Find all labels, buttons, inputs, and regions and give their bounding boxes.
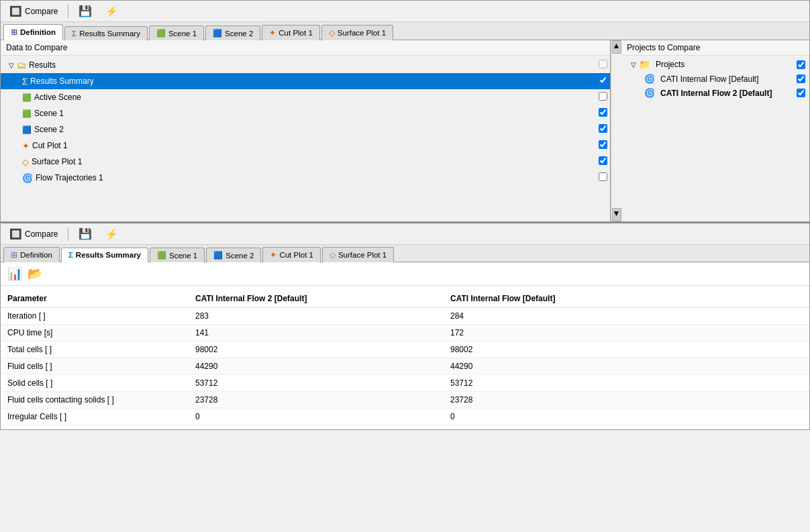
tab-scene2-bottom[interactable]: 🟦 Scene 2	[206, 248, 261, 262]
check-results-summary[interactable]	[599, 76, 607, 85]
compare-button-bottom[interactable]: 🔲 Compare	[5, 226, 62, 242]
table-row: CPU time [s] 141 172	[1, 325, 809, 341]
bottom-toolbar: 🔲 Compare 💾 ⚡	[1, 223, 809, 245]
tree-content: ▽ 🗂 Results Σ Results Summary	[1, 56, 610, 221]
tab-surfaceplot1-top[interactable]: ◇ Surface Plot 1	[321, 25, 393, 40]
tab-surfaceplot1-icon-top: ◇	[329, 28, 335, 38]
scrollbar-down-arrow[interactable]: ▼	[612, 208, 621, 221]
sep-bottom-1	[68, 227, 68, 241]
top-tabs: ⊞ Definition Σ Results Summary 🟩 Scene 1…	[1, 22, 809, 40]
save-icon-bottom: 💾	[79, 227, 92, 240]
table-row: Fluid cells contacting solids [ ] 23728 …	[1, 392, 809, 409]
tab-results-summary-icon-bottom: Σ	[68, 251, 73, 259]
tab-surfaceplot1-bottom[interactable]: ◇ Surface Plot 1	[322, 247, 394, 262]
table-row: Iteration [ ] 283 284	[1, 308, 809, 325]
check-surfaceplot1[interactable]	[599, 156, 607, 165]
col-header-cati1: CATI Internal Flow [Default]	[444, 290, 809, 308]
cell-param: CPU time [s]	[1, 325, 189, 341]
tab-scene2-icon-top: 🟦	[213, 29, 222, 38]
results-table: Parameter CATI Internal Flow 2 [Default]…	[1, 290, 809, 425]
tab-results-summary-label-bottom: Results Summary	[76, 251, 141, 259]
check-active-scene[interactable]	[599, 92, 607, 101]
compare-icon-top: 🔲	[9, 5, 22, 17]
tab-cutplot1-icon-top: ✦	[269, 28, 276, 38]
tab-definition-bottom[interactable]: ⊞ Definition	[3, 247, 60, 262]
cell-val2: 141	[189, 325, 444, 341]
cell-param: Iteration [ ]	[1, 308, 189, 325]
tree-item-cutplot1[interactable]: ✦ Cut Plot 1	[1, 138, 610, 154]
tab-definition-top[interactable]: ⊞ Definition	[3, 24, 63, 40]
tab-cutplot1-top[interactable]: ✦ Cut Plot 1	[262, 25, 320, 40]
refresh-button-bottom[interactable]: ⚡	[101, 226, 123, 242]
tab-surfaceplot1-icon-bottom: ◇	[330, 250, 336, 260]
compare-button-top[interactable]: 🔲 Compare	[5, 3, 62, 19]
tab-definition-label-bottom: Definition	[20, 251, 52, 259]
open-icon[interactable]: 📂	[26, 265, 44, 282]
tree-label-results: Results	[29, 60, 596, 70]
tab-scene1-label-bottom: Scene 1	[169, 252, 197, 260]
split-container: Data to Compare ▽ 🗂 Results Σ Results	[1, 40, 809, 221]
compare-label-top: Compare	[25, 7, 58, 16]
cell-param: Solid cells [ ]	[1, 375, 189, 392]
cell-val2: 44290	[189, 358, 444, 375]
tree-item-results-summary[interactable]: Σ Results Summary	[1, 73, 610, 89]
check-scene2[interactable]	[599, 124, 607, 133]
tab-scene1-bottom[interactable]: 🟩 Scene 1	[150, 248, 205, 262]
cati1-icon: 🌀	[644, 74, 655, 84]
tab-cutplot1-label-top: Cut Plot 1	[279, 29, 313, 37]
table-row: Irregular Cells [ ] 0 0	[1, 409, 809, 425]
project-cati2-label: CATI Internal Flow 2 [Default]	[658, 89, 794, 98]
check-cati2[interactable]	[797, 89, 805, 97]
refresh-button-top[interactable]: ⚡	[101, 3, 123, 19]
left-scrollbar[interactable]: ▲ ▼	[611, 40, 621, 221]
tab-results-summary-top[interactable]: Σ Results Summary	[64, 26, 148, 40]
check-cutplot1[interactable]	[599, 140, 607, 149]
tab-cutplot1-bottom[interactable]: ✦ Cut Plot 1	[262, 247, 321, 262]
tab-scene2-top[interactable]: 🟦 Scene 2	[205, 25, 260, 40]
flowtrajectories1-icon: 🌀	[22, 173, 33, 183]
check-scene1[interactable]	[599, 108, 607, 117]
save-button-top[interactable]: 💾	[74, 3, 97, 19]
save-button-bottom[interactable]: 💾	[74, 225, 97, 242]
tree-item-active-scene[interactable]: 🟩 Active Scene	[1, 89, 610, 105]
expand-icon-projects: ▽	[631, 61, 636, 68]
tab-scene1-top[interactable]: 🟩 Scene 1	[149, 25, 204, 40]
check-results-root[interactable]	[599, 60, 607, 68]
tree-item-surfaceplot1[interactable]: ◇ Surface Plot 1	[1, 154, 610, 170]
tree-item-scene2[interactable]: 🟦 Scene 2	[1, 121, 610, 138]
scene-icon-active: 🟩	[22, 93, 32, 102]
project-item-root[interactable]: ▽ 📁 Projects	[621, 57, 809, 72]
tab-definition-icon-bottom: ⊞	[11, 250, 17, 260]
cell-val3: 23728	[444, 392, 809, 409]
results-table-container: Parameter CATI Internal Flow 2 [Default]…	[1, 286, 809, 429]
table-row: Total cells [ ] 98002 98002	[1, 341, 809, 358]
cell-val2: 283	[189, 308, 444, 325]
tab-scene1-icon-top: 🟩	[156, 29, 166, 38]
expand-icon-results: ▽	[9, 62, 14, 69]
project-item-cati1[interactable]: 🌀 CATI Internal Flow [Default]	[621, 72, 809, 86]
tree-label-surfaceplot1: Surface Plot 1	[32, 157, 596, 166]
col-header-cati2: CATI Internal Flow 2 [Default]	[189, 290, 444, 308]
projects-to-compare-header: Projects to Compare	[621, 40, 809, 56]
left-panel: Data to Compare ▽ 🗂 Results Σ Results	[1, 40, 611, 221]
tree-item-scene1[interactable]: 🟩 Scene 1	[1, 105, 610, 121]
cell-val3: 172	[444, 325, 809, 341]
project-cati1-label: CATI Internal Flow [Default]	[658, 74, 794, 84]
table-row: Solid cells [ ] 53712 53712	[1, 375, 809, 392]
cell-param: Total cells [ ]	[1, 341, 189, 358]
tab-surfaceplot1-label-bottom: Surface Plot 1	[338, 251, 387, 259]
refresh-icon-top: ⚡	[105, 5, 118, 17]
project-item-cati2[interactable]: 🌀 CATI Internal Flow 2 [Default]	[621, 86, 809, 100]
tree-item-flowtrajectories1[interactable]: 🌀 Flow Trajectories 1	[1, 170, 610, 186]
check-cati1[interactable]	[797, 74, 805, 83]
col-header-parameter: Parameter	[1, 290, 189, 308]
check-projects-root[interactable]	[797, 60, 805, 69]
tree-item-results-root[interactable]: ▽ 🗂 Results	[1, 57, 610, 73]
cutplot1-icon: ✦	[22, 141, 30, 151]
tab-results-summary-bottom[interactable]: Σ Results Summary	[61, 248, 148, 262]
scrollbar-up-arrow[interactable]: ▲	[612, 40, 621, 54]
right-panel: Projects to Compare ▽ 📁 Projects 🌀 CATI …	[621, 40, 809, 221]
export-icon[interactable]: 📊	[6, 265, 23, 282]
check-flowtrajectories1[interactable]	[599, 172, 607, 181]
tree-label-scene2: Scene 2	[34, 125, 596, 134]
